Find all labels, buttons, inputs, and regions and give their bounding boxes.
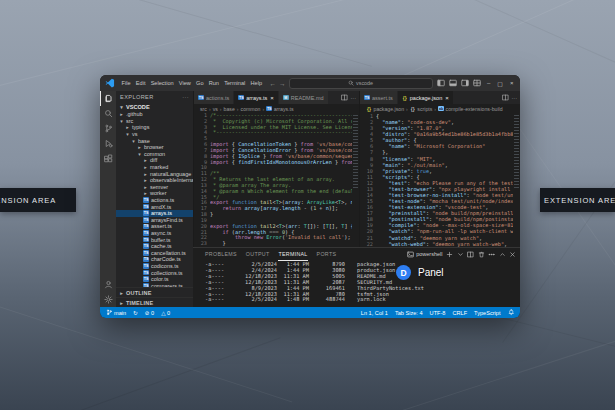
ts-file-icon: TS bbox=[143, 263, 149, 269]
tree-item-buffer-ts[interactable]: TSbuffer.ts bbox=[116, 236, 193, 243]
tree-item-common[interactable]: ▾common bbox=[116, 151, 193, 158]
tree-item-actions-ts[interactable]: TSactions.ts bbox=[116, 197, 193, 204]
breadcrumb-item[interactable]: common bbox=[241, 106, 261, 112]
tree-item-typings[interactable]: ▸typings bbox=[116, 124, 193, 131]
split-editor-icon[interactable] bbox=[341, 94, 348, 101]
terminal-content[interactable]: -a----2/5/20241:44 PM8790package.json-a-… bbox=[193, 260, 520, 308]
sidebar-more-icon[interactable]: ··· bbox=[182, 94, 189, 100]
menu-run[interactable]: Run bbox=[206, 80, 221, 86]
tree-item-label: arraysFind.ts bbox=[151, 217, 183, 223]
more-icon[interactable] bbox=[488, 251, 495, 258]
status-bell[interactable] bbox=[508, 309, 515, 316]
status-branch[interactable]: main bbox=[106, 309, 126, 316]
activity-explorer-icon[interactable] bbox=[100, 91, 117, 106]
command-center-search[interactable]: vscode bbox=[289, 78, 433, 89]
toggle-primary-sidebar-icon[interactable] bbox=[437, 79, 445, 87]
token: "Microsoft Corporation" bbox=[414, 143, 486, 149]
menu-help[interactable]: Help bbox=[248, 80, 265, 86]
breadcrumb-item[interactable]: base bbox=[224, 106, 235, 112]
tree-item-cache-ts[interactable]: TScache.ts bbox=[116, 243, 193, 250]
tree-item--github[interactable]: ▸.github bbox=[116, 111, 193, 118]
breadcrumb-item[interactable]: {}package.json bbox=[366, 106, 404, 112]
code-editor[interactable]: 1234567891011121314151617181920212223/*-… bbox=[194, 113, 359, 247]
tree-item-observableinternal[interactable]: ▸observableInternal bbox=[116, 177, 193, 184]
close-panel-icon[interactable] bbox=[509, 251, 516, 258]
tab-actions-ts[interactable]: TSactions.ts bbox=[194, 91, 234, 104]
customize-layout-icon[interactable] bbox=[473, 79, 481, 87]
tree-item-base[interactable]: ▾base bbox=[116, 137, 193, 144]
menu-selection[interactable]: Selection bbox=[148, 80, 176, 86]
status-ln-1--col-1[interactable]: Ln 1, Col 1 bbox=[361, 310, 388, 316]
tree-item-src[interactable]: ▾src bbox=[116, 118, 193, 125]
status-warnings[interactable]: △ 0 bbox=[161, 310, 170, 316]
maximize-button[interactable]: ▢ bbox=[496, 80, 505, 87]
activity-run-debug-icon[interactable] bbox=[100, 136, 117, 151]
workspace-root-row[interactable]: ▾ VSCODE bbox=[116, 103, 193, 111]
toggle-panel-icon[interactable] bbox=[449, 79, 457, 87]
maximize-panel-icon[interactable] bbox=[499, 251, 506, 258]
more-actions-icon[interactable]: ··· bbox=[351, 95, 357, 101]
new-terminal-icon[interactable] bbox=[446, 251, 453, 258]
menu-view[interactable]: View bbox=[176, 80, 193, 86]
breadcrumb-item[interactable]: src bbox=[200, 106, 207, 112]
menu-edit[interactable]: Edit bbox=[133, 80, 148, 86]
sidebar-section-outline[interactable]: ▸OUTLINE bbox=[116, 287, 193, 297]
tree-item-browser[interactable]: ▸browser bbox=[116, 144, 193, 151]
menu-file[interactable]: File bbox=[119, 80, 133, 86]
tree-item-diff[interactable]: ▸diff bbox=[116, 157, 193, 164]
tab-arrays-ts[interactable]: TSarrays.ts× bbox=[234, 91, 279, 104]
tree-item-cancellation-ts[interactable]: TScancellation.ts bbox=[116, 249, 193, 256]
tree-item-amdx-ts[interactable]: TSamdX.ts bbox=[116, 203, 193, 210]
tab-close-icon[interactable]: × bbox=[270, 95, 274, 101]
minimap[interactable] bbox=[352, 113, 359, 247]
status-utf-8[interactable]: UTF-8 bbox=[430, 310, 446, 316]
sidebar-section-timeline[interactable]: ▸TIMELINE bbox=[116, 297, 193, 307]
tab-assert-ts[interactable]: TSassert.ts bbox=[360, 91, 398, 104]
close-button[interactable]: × bbox=[508, 80, 515, 86]
tree-item-arraysfind-ts[interactable]: TSarraysFind.ts bbox=[116, 217, 193, 224]
split-terminal-icon[interactable] bbox=[467, 251, 474, 258]
activity-search-icon[interactable] bbox=[100, 106, 117, 121]
dropdown-icon[interactable] bbox=[457, 251, 464, 258]
terminal-shell-item[interactable]: powershell bbox=[407, 251, 442, 258]
activity-account-icon[interactable] bbox=[100, 277, 117, 292]
tree-item-assert-ts[interactable]: TSassert.ts bbox=[116, 223, 193, 230]
nav-back-icon[interactable]: ← bbox=[270, 80, 277, 87]
tree-item-codicons-ts[interactable]: TScodicons.ts bbox=[116, 263, 193, 270]
menu-go[interactable]: Go bbox=[193, 80, 206, 86]
activity-settings-icon[interactable] bbox=[100, 292, 117, 307]
more-actions-icon[interactable]: ··· bbox=[512, 95, 518, 101]
tree-item-marked[interactable]: ▸marked bbox=[116, 164, 193, 171]
minimize-button[interactable]: – bbox=[485, 80, 491, 86]
tree-item-charcode-ts[interactable]: TScharCode.ts bbox=[116, 256, 193, 263]
tree-item-async-ts[interactable]: TSasync.ts bbox=[116, 230, 193, 237]
status-sync[interactable]: ↻ bbox=[133, 310, 138, 316]
kill-terminal-icon[interactable] bbox=[478, 251, 485, 258]
tree-item-vs[interactable]: ▾vs bbox=[116, 131, 193, 138]
breadcrumb-item[interactable]: vs bbox=[213, 106, 218, 112]
split-editor-icon[interactable] bbox=[502, 94, 509, 101]
code-editor[interactable]: 12345678910111213141516171819202122{ "na… bbox=[360, 113, 520, 247]
menu-terminal[interactable]: Terminal bbox=[222, 80, 248, 86]
tab-readme-md[interactable]: MREADME.md bbox=[279, 91, 329, 104]
tab-close-icon[interactable]: × bbox=[445, 95, 449, 101]
toggle-secondary-sidebar-icon[interactable] bbox=[461, 79, 469, 87]
breadcrumb-item[interactable]: abcompile-extensions-build bbox=[438, 106, 503, 112]
status-errors[interactable]: ⊘ 0 bbox=[145, 310, 154, 316]
breadcrumb-item[interactable]: TSarrays.ts bbox=[266, 106, 293, 112]
nav-forward-icon[interactable]: → bbox=[279, 80, 286, 87]
minimap[interactable] bbox=[513, 113, 520, 247]
status-tab-size--4[interactable]: Tab Size: 4 bbox=[395, 310, 423, 316]
tree-item-naturallanguage[interactable]: ▸naturalLanguage bbox=[116, 170, 193, 177]
tree-item-worker[interactable]: ▸worker bbox=[116, 190, 193, 197]
tree-item-collections-ts[interactable]: TScollections.ts bbox=[116, 269, 193, 276]
tab-package-json[interactable]: {}package.json× bbox=[398, 91, 454, 104]
tree-item-semver[interactable]: ▸semver bbox=[116, 184, 193, 191]
tree-item-arrays-ts[interactable]: TSarrays.ts bbox=[116, 210, 193, 217]
status-typescript[interactable]: TypeScript bbox=[474, 310, 500, 316]
activity-source-control-icon[interactable] bbox=[100, 121, 117, 136]
breadcrumb-item[interactable]: {}scripts bbox=[410, 106, 433, 112]
tree-item-color-ts[interactable]: TScolor.ts bbox=[116, 276, 193, 283]
activity-extensions-icon[interactable] bbox=[100, 151, 117, 166]
status-crlf[interactable]: CRLF bbox=[452, 310, 467, 316]
